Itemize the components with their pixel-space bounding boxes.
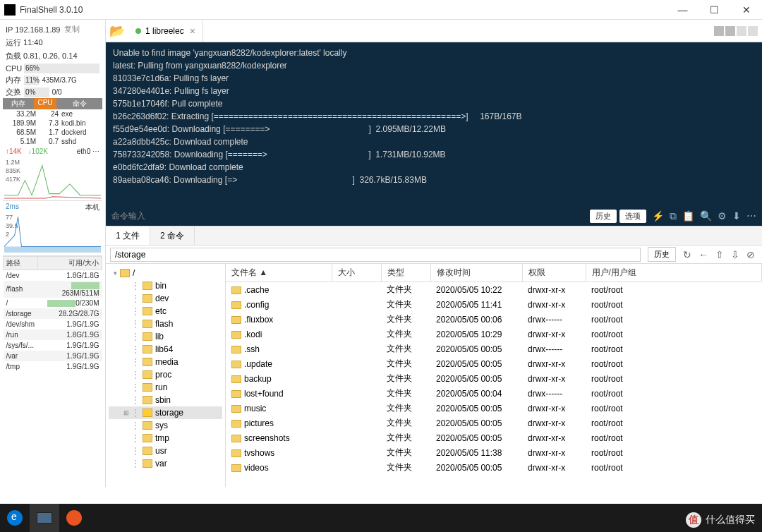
ubuntu-app[interactable] — [59, 504, 89, 532]
disk-row[interactable]: /run1.8G/1.9G — [4, 330, 102, 340]
copy-icon[interactable]: ⧉ — [670, 210, 677, 222]
terminal[interactable]: Unable to find image 'yangxuan8282/kodex… — [106, 42, 762, 226]
file-row[interactable]: videos文件夹2020/05/05 00:05drwxr-xr-xroot/… — [226, 460, 762, 475]
tree-item[interactable]: ⋮etc — [109, 305, 222, 318]
tree-item[interactable]: ⋮sys — [109, 419, 222, 432]
terminal-line: Unable to find image 'yangxuan8282/kodex… — [113, 47, 755, 59]
disk-row[interactable]: /sys/fs/...1.9G/1.9G — [4, 340, 102, 351]
path-input[interactable] — [110, 248, 641, 262]
file-list[interactable]: 文件名 ▲ 大小 类型 修改时间 权限 用户/用户组 .cache文件夹2020… — [226, 264, 762, 487]
tree-item[interactable]: ⋮lib64 — [109, 343, 222, 356]
file-row[interactable]: .fluxbox文件夹2020/05/05 00:06drwx------roo… — [226, 312, 762, 327]
ping-stats: 2ms本机 — [3, 201, 102, 212]
tree-item[interactable]: ⋮proc — [109, 368, 222, 381]
view-switcher[interactable] — [714, 20, 762, 42]
disk-row[interactable]: /dev1.8G/1.8G — [4, 270, 102, 281]
proc-row[interactable]: 189.9M7.3kodi.bin — [3, 119, 102, 128]
disk-table: 路径可用/大小 /dev1.8G/1.8G/flash263M/511M/0/2… — [3, 256, 102, 372]
file-row[interactable]: tvshows文件夹2020/05/05 11:38drwxr-xr-xroot… — [226, 445, 762, 460]
tree-item[interactable]: ⋮sbin — [109, 394, 222, 406]
options-button[interactable]: 选项 — [619, 210, 646, 223]
command-input[interactable]: 命令输入 — [111, 210, 590, 222]
disk-row[interactable]: /dev/shm1.9G/1.9G — [4, 319, 102, 330]
load-label: 负载 0.81, 0.26, 0.14 — [3, 49, 102, 63]
tree-item[interactable]: ⋮var — [109, 457, 222, 470]
copy-ip-button[interactable]: 复制 — [64, 24, 80, 35]
path-history-button[interactable]: 历史 — [648, 247, 676, 262]
col-type[interactable]: 类型 — [381, 264, 430, 282]
download-icon[interactable]: ⬇ — [732, 210, 741, 222]
file-row[interactable]: backup文件夹2020/05/05 00:05drwxr-xr-xroot/… — [226, 371, 762, 386]
tree-item[interactable]: ⋮bin — [109, 279, 222, 292]
minimize-button[interactable]: — — [667, 0, 698, 20]
upload-icon[interactable]: ⇧ — [715, 249, 724, 260]
refresh-icon[interactable]: ↻ — [683, 249, 691, 260]
svg-rect-0 — [4, 246, 101, 252]
proc-row[interactable]: 5.1M0.7sshd — [3, 137, 102, 146]
bolt-icon[interactable]: ⚡ — [652, 210, 664, 222]
file-row[interactable]: music文件夹2020/05/05 00:05drwxr-xr-xroot/r… — [226, 401, 762, 416]
tree-item[interactable]: ⋮flash — [109, 318, 222, 330]
folder-tree[interactable]: ▾/ ⋮bin⋮dev⋮etc⋮flash⋮lib⋮lib64⋮media⋮pr… — [106, 264, 226, 487]
tab-files[interactable]: 1 文件 — [106, 226, 150, 245]
cpu-label: CPU — [6, 64, 24, 73]
terminal-line: 81033e7c1d6a: Pulling fs layer — [113, 72, 755, 85]
search-icon[interactable]: 🔍 — [700, 210, 712, 222]
swap-label: 交换 — [6, 87, 24, 97]
terminal-line: 575b1e17046f: Pull complete — [113, 97, 755, 110]
tree-item[interactable]: ⋮tmp — [109, 432, 222, 445]
col-name[interactable]: 文件名 ▲ — [226, 264, 332, 282]
tree-item[interactable]: ⋮lib — [109, 330, 222, 343]
title-bar: FinalShell 3.0.10 — ☐ ✕ — [0, 0, 762, 20]
tree-item[interactable]: ⊞⋮storage — [109, 406, 222, 419]
tree-item[interactable]: ⋮dev — [109, 292, 222, 305]
taskbar[interactable]: 值什么值得买 — [0, 504, 762, 532]
proc-row[interactable]: 33.2M24exe — [3, 109, 102, 119]
tree-item[interactable]: ⋮media — [109, 356, 222, 368]
disk-row[interactable]: /0/230M — [4, 298, 102, 308]
disk-row[interactable]: /tmp1.9G/1.9G — [4, 361, 102, 372]
disk-row[interactable]: /flash263M/511M — [4, 281, 102, 298]
tab-label: 1 libreelec — [145, 26, 184, 36]
file-row[interactable]: .kodi文件夹2020/05/05 10:29drwxr-xr-xroot/r… — [226, 327, 762, 341]
file-row[interactable]: .update文件夹2020/05/05 00:05drwxr-xr-xroot… — [226, 356, 762, 371]
tree-item[interactable]: ⋮run — [109, 381, 222, 394]
tab-commands[interactable]: 2 命令 — [150, 226, 195, 245]
open-folder-icon[interactable]: 📂 — [106, 20, 128, 42]
tree-root[interactable]: ▾/ — [109, 267, 222, 279]
history-button[interactable]: 历史 — [590, 210, 617, 223]
back-icon[interactable]: ← — [698, 249, 708, 260]
gear-icon[interactable]: ⚙ — [718, 210, 727, 222]
lower-tabs: 1 文件 2 命令 — [106, 226, 762, 246]
maximize-button[interactable]: ☐ — [698, 0, 730, 20]
file-row[interactable]: pictures文件夹2020/05/05 00:05drwxr-xr-xroo… — [226, 416, 762, 430]
more-icon[interactable]: ⋯ — [746, 210, 756, 222]
file-row[interactable]: .ssh文件夹2020/05/05 00:05drwx------root/ro… — [226, 341, 762, 356]
paste-icon[interactable]: 📋 — [682, 210, 694, 222]
download-icon[interactable]: ⇩ — [731, 249, 739, 260]
delete-icon[interactable]: ⊘ — [746, 249, 755, 260]
terminal-line: 347280e4401e: Pulling fs layer — [113, 85, 755, 97]
session-tab[interactable]: 1 libreelec × — [128, 20, 203, 42]
disk-row[interactable]: /storage28.2G/28.7G — [4, 308, 102, 319]
file-row[interactable]: lost+found文件夹2020/05/05 00:04drwx------r… — [226, 386, 762, 401]
status-dot-icon — [135, 28, 141, 34]
col-mtime[interactable]: 修改时间 — [430, 264, 522, 282]
disk-row[interactable]: /var1.9G/1.9G — [4, 351, 102, 361]
file-row[interactable]: screenshots文件夹2020/05/05 00:05drwxr-xr-x… — [226, 430, 762, 445]
proc-row[interactable]: 68.5M1.7dockerd — [3, 128, 102, 137]
tree-item[interactable]: ⋮usr — [109, 445, 222, 457]
swap-bar: 0% — [24, 87, 49, 97]
cpu-bar: 66% — [24, 64, 99, 73]
proc-header: 内存 CPU 命令 — [3, 98, 102, 109]
col-size[interactable]: 大小 — [332, 264, 381, 282]
file-row[interactable]: .cache文件夹2020/05/05 10:22drwxr-xr-xroot/… — [226, 282, 762, 298]
edge-app[interactable] — [0, 504, 30, 532]
app-title: FinalShell 3.0.10 — [20, 5, 667, 15]
file-row[interactable]: .config文件夹2020/05/05 11:41drwxr-xr-xroot… — [226, 297, 762, 312]
col-owner[interactable]: 用户/用户组 — [586, 264, 762, 282]
finalshell-app[interactable] — [30, 504, 59, 532]
close-button[interactable]: ✕ — [730, 0, 762, 20]
col-perm[interactable]: 权限 — [522, 264, 586, 282]
tab-close-icon[interactable]: × — [190, 25, 195, 37]
